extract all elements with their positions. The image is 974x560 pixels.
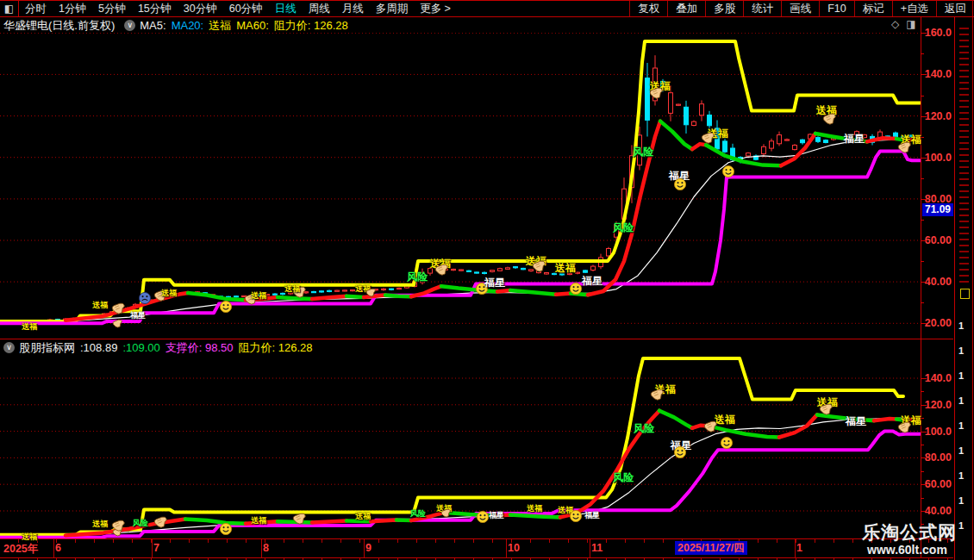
- axis-tick: [921, 484, 927, 485]
- price-tag: 71.09: [922, 203, 953, 216]
- axis-tick: [921, 240, 927, 241]
- right-strip-divider[interactable]: [954, 17, 955, 560]
- green-trend-segment: [278, 297, 312, 299]
- axis-tick-label: 120.0: [922, 110, 952, 122]
- axis-minor-tick: [921, 178, 924, 179]
- axis-minor-tick: [921, 137, 924, 138]
- axis-tick: [921, 511, 927, 512]
- toolbar-button[interactable]: 复权: [629, 1, 667, 16]
- magenta-support-band: [0, 152, 920, 324]
- month-separator: [364, 539, 365, 557]
- toolbar-button[interactable]: 返回: [936, 1, 974, 16]
- red-trend-segment: [312, 520, 347, 522]
- green-trend-segment: [571, 294, 588, 296]
- toolbar-button[interactable]: 多股: [705, 1, 743, 16]
- green-trend-segment: [659, 411, 692, 428]
- right-strip-clipped-glyph: [960, 289, 970, 299]
- toolbar-button[interactable]: 叠加: [667, 1, 705, 16]
- period-tab[interactable]: 5分钟: [92, 2, 132, 16]
- main-chart-plot[interactable]: [0, 33, 921, 339]
- yellow-resistance-band: [0, 358, 903, 535]
- period-tab[interactable]: 月线: [336, 2, 370, 16]
- toolbar-button[interactable]: +自选: [892, 1, 936, 16]
- axis-tick-label: 40.00: [922, 505, 952, 517]
- axis-minor-tick: [921, 471, 924, 472]
- axis-tick: [921, 282, 927, 283]
- sidebar-toggle-icon[interactable]: ◧: [0, 1, 19, 16]
- right-strip-value: 1: [958, 395, 964, 406]
- collapse-chevron-icon[interactable]: ∨: [124, 20, 135, 31]
- right-strip: 111111111: [956, 17, 972, 560]
- period-tab[interactable]: 60分钟: [223, 2, 269, 16]
- red-trend-segment: [692, 426, 709, 428]
- axis-tick: [921, 158, 927, 159]
- month-separator: [261, 539, 262, 557]
- month-label: 11: [591, 542, 603, 554]
- axis-minor-tick: [921, 53, 924, 54]
- red-trend-segment: [371, 520, 396, 522]
- trading-app-window: ◧ 分时1分钟5分钟15分钟30分钟60分钟日线周线月线多周期更多 > 复权叠加…: [0, 0, 974, 560]
- axis-tick-label: 60.00: [922, 234, 952, 246]
- date-axis: 2025年 2025/11/27/四 678910111: [0, 539, 953, 557]
- panel-divider: [0, 339, 953, 339]
- indicator-name: 股朋指标网: [19, 340, 75, 356]
- period-tab[interactable]: 周线: [303, 2, 336, 16]
- axis-minor-tick: [921, 445, 924, 445]
- red-trend-segment: [497, 515, 510, 516]
- red-trend-segment: [905, 419, 920, 420]
- month-separator: [795, 539, 796, 557]
- month-label: 8: [263, 542, 269, 554]
- axis-tick-label: 80.00: [922, 193, 952, 205]
- month-separator: [506, 539, 507, 557]
- axis-tick-label: 40.00: [922, 276, 952, 288]
- axis-tick: [921, 378, 927, 379]
- red-trend-segment: [560, 411, 659, 518]
- collapse-chevron-icon[interactable]: ∨: [3, 342, 15, 353]
- axis-minor-tick: [921, 220, 924, 221]
- axis-tick-label: 160.0: [922, 27, 952, 39]
- red-trend-segment: [246, 521, 278, 524]
- green-trend-segment: [441, 286, 497, 291]
- toolbar-button[interactable]: 画线: [781, 1, 819, 16]
- diamond-icon[interactable]: ◇: [891, 18, 906, 30]
- watermark-url: www.60lt.com: [862, 543, 957, 557]
- month-label: 6: [55, 542, 61, 554]
- right-strip-value: 1: [958, 370, 964, 381]
- sub-chart-title-row: ∨ 股朋指标网 :108.89 :109.00 支撑价: 98.50 阻力价: …: [0, 341, 921, 354]
- period-tab[interactable]: 1分钟: [53, 2, 92, 16]
- axis-tick: [921, 432, 927, 432]
- red-trend-segment: [907, 138, 920, 140]
- axis-tick: [921, 323, 927, 324]
- red-trend-segment: [364, 296, 385, 298]
- axis-tick-label: 140.0: [922, 68, 952, 80]
- period-tab[interactable]: 15分钟: [132, 2, 178, 16]
- axis-minor-tick: [921, 96, 924, 96]
- period-tab[interactable]: 多周期: [370, 2, 415, 16]
- green-trend-segment: [347, 296, 364, 297]
- axis-tick: [921, 74, 927, 75]
- axis-divider: [921, 17, 921, 557]
- sub-chart-plot[interactable]: [0, 354, 921, 538]
- red-trend-segment: [246, 297, 278, 300]
- toolbar-button[interactable]: F10: [819, 1, 854, 16]
- axis-tick: [921, 33, 927, 34]
- axis-tick-label: 80.00: [922, 451, 952, 464]
- toolbar-button[interactable]: 标记: [854, 1, 892, 16]
- period-tab[interactable]: 日线: [269, 2, 303, 16]
- toolbar-button[interactable]: 统计: [743, 1, 781, 16]
- resistance-label: 阻力价: 126.28: [274, 18, 348, 34]
- red-trend-segment: [781, 134, 815, 165]
- pane-control-icons[interactable]: ◇◨: [891, 18, 923, 30]
- support-price-label: 支撑价: 98.50: [165, 340, 234, 356]
- ma60-label: MA60:: [236, 19, 269, 32]
- period-tab[interactable]: 更多 >: [414, 2, 457, 16]
- yellow-resistance-band: [0, 41, 920, 321]
- period-tab[interactable]: 分时: [19, 2, 53, 16]
- axis-minor-tick: [921, 261, 924, 262]
- main-chart-title-row: 华盛锂电(日线.前复权) ∨ MA5: MA20: 送福 MA60: 阻力价: …: [0, 18, 921, 33]
- axis-minor-tick: [921, 391, 924, 392]
- period-tab[interactable]: 30分钟: [178, 2, 223, 16]
- toolbar-right-buttons: 复权叠加多股统计画线F10标记+自选返回: [629, 1, 974, 16]
- month-separator: [590, 539, 590, 557]
- candles: [48, 55, 914, 321]
